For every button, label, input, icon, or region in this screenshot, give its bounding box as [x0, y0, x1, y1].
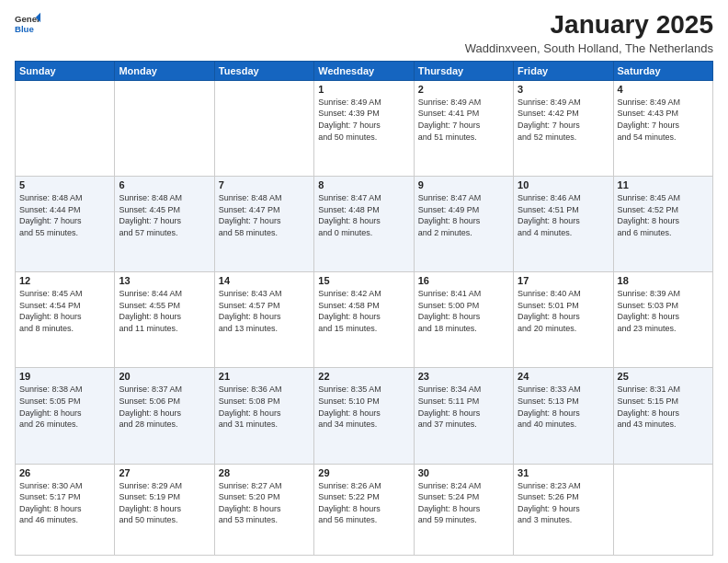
day-number: 28 [219, 467, 310, 478]
svg-text:General: General [15, 14, 40, 24]
table-row: 20Sunrise: 8:37 AM Sunset: 5:06 PM Dayli… [115, 368, 214, 464]
day-info: Sunrise: 8:23 AM Sunset: 5:26 PM Dayligh… [518, 480, 609, 526]
day-info: Sunrise: 8:24 AM Sunset: 5:24 PM Dayligh… [418, 480, 509, 526]
day-info: Sunrise: 8:42 AM Sunset: 4:58 PM Dayligh… [318, 288, 409, 334]
table-row: 8Sunrise: 8:47 AM Sunset: 4:48 PM Daylig… [314, 177, 414, 272]
day-info: Sunrise: 8:47 AM Sunset: 4:48 PM Dayligh… [318, 192, 409, 238]
table-row: 9Sunrise: 8:47 AM Sunset: 4:49 PM Daylig… [414, 177, 513, 272]
table-row: 22Sunrise: 8:35 AM Sunset: 5:10 PM Dayli… [314, 368, 414, 464]
table-row: 27Sunrise: 8:29 AM Sunset: 5:19 PM Dayli… [115, 464, 214, 555]
col-friday: Friday [514, 61, 613, 80]
day-info: Sunrise: 8:37 AM Sunset: 5:06 PM Dayligh… [119, 384, 210, 430]
day-number: 13 [119, 275, 210, 286]
day-number: 15 [318, 275, 409, 286]
day-number: 6 [119, 179, 210, 190]
table-row: 15Sunrise: 8:42 AM Sunset: 4:58 PM Dayli… [314, 272, 414, 368]
table-row [214, 80, 313, 176]
table-row: 17Sunrise: 8:40 AM Sunset: 5:01 PM Dayli… [514, 272, 613, 368]
table-row: 26Sunrise: 8:30 AM Sunset: 5:17 PM Dayli… [16, 464, 115, 555]
day-info: Sunrise: 8:34 AM Sunset: 5:11 PM Dayligh… [418, 384, 509, 430]
day-number: 31 [518, 467, 609, 478]
table-row: 16Sunrise: 8:41 AM Sunset: 5:00 PM Dayli… [414, 272, 513, 368]
day-number: 12 [19, 275, 110, 286]
day-number: 30 [418, 467, 509, 478]
day-number: 19 [19, 371, 110, 382]
day-number: 9 [418, 179, 509, 190]
table-row: 23Sunrise: 8:34 AM Sunset: 5:11 PM Dayli… [414, 368, 513, 464]
page: General Blue January 2025 Waddinxveen, S… [0, 0, 728, 563]
table-row: 13Sunrise: 8:44 AM Sunset: 4:55 PM Dayli… [115, 272, 214, 368]
table-row: 30Sunrise: 8:24 AM Sunset: 5:24 PM Dayli… [414, 464, 513, 555]
table-row: 14Sunrise: 8:43 AM Sunset: 4:57 PM Dayli… [214, 272, 313, 368]
day-info: Sunrise: 8:45 AM Sunset: 4:52 PM Dayligh… [618, 192, 709, 238]
day-number: 7 [219, 179, 310, 190]
day-info: Sunrise: 8:49 AM Sunset: 4:42 PM Dayligh… [518, 97, 609, 143]
table-row: 6Sunrise: 8:48 AM Sunset: 4:45 PM Daylig… [115, 177, 214, 272]
col-sunday: Sunday [16, 61, 115, 80]
day-info: Sunrise: 8:46 AM Sunset: 4:51 PM Dayligh… [518, 192, 609, 238]
calendar: Sunday Monday Tuesday Wednesday Thursday… [15, 61, 713, 556]
day-info: Sunrise: 8:26 AM Sunset: 5:22 PM Dayligh… [318, 480, 409, 526]
day-info: Sunrise: 8:35 AM Sunset: 5:10 PM Dayligh… [318, 384, 409, 430]
day-number: 27 [119, 467, 210, 478]
table-row: 31Sunrise: 8:23 AM Sunset: 5:26 PM Dayli… [514, 464, 613, 555]
week-row: 1Sunrise: 8:49 AM Sunset: 4:39 PM Daylig… [16, 80, 713, 176]
month-title: January 2025 [465, 11, 713, 40]
col-saturday: Saturday [613, 61, 712, 80]
day-number: 4 [618, 84, 709, 95]
week-row: 5Sunrise: 8:48 AM Sunset: 4:44 PM Daylig… [16, 177, 713, 272]
header-row: Sunday Monday Tuesday Wednesday Thursday… [16, 61, 713, 80]
day-info: Sunrise: 8:31 AM Sunset: 5:15 PM Dayligh… [618, 384, 709, 430]
day-info: Sunrise: 8:45 AM Sunset: 4:54 PM Dayligh… [19, 288, 110, 334]
day-number: 18 [618, 275, 709, 286]
day-info: Sunrise: 8:41 AM Sunset: 5:00 PM Dayligh… [418, 288, 509, 334]
day-number: 22 [318, 371, 409, 382]
table-row: 28Sunrise: 8:27 AM Sunset: 5:20 PM Dayli… [214, 464, 313, 555]
week-row: 26Sunrise: 8:30 AM Sunset: 5:17 PM Dayli… [16, 464, 713, 555]
table-row: 18Sunrise: 8:39 AM Sunset: 5:03 PM Dayli… [613, 272, 712, 368]
day-number: 16 [418, 275, 509, 286]
day-info: Sunrise: 8:49 AM Sunset: 4:41 PM Dayligh… [418, 97, 509, 143]
col-wednesday: Wednesday [314, 61, 414, 80]
day-info: Sunrise: 8:39 AM Sunset: 5:03 PM Dayligh… [618, 288, 709, 334]
week-row: 19Sunrise: 8:38 AM Sunset: 5:05 PM Dayli… [16, 368, 713, 464]
table-row: 4Sunrise: 8:49 AM Sunset: 4:43 PM Daylig… [613, 80, 712, 176]
day-number: 25 [618, 371, 709, 382]
day-number: 29 [318, 467, 409, 478]
day-number: 11 [618, 179, 709, 190]
day-number: 8 [318, 179, 409, 190]
table-row: 2Sunrise: 8:49 AM Sunset: 4:41 PM Daylig… [414, 80, 513, 176]
day-info: Sunrise: 8:48 AM Sunset: 4:45 PM Dayligh… [119, 192, 210, 238]
table-row: 5Sunrise: 8:48 AM Sunset: 4:44 PM Daylig… [16, 177, 115, 272]
day-number: 17 [518, 275, 609, 286]
day-number: 2 [418, 84, 509, 95]
table-row [16, 80, 115, 176]
svg-text:Blue: Blue [15, 24, 34, 34]
day-info: Sunrise: 8:43 AM Sunset: 4:57 PM Dayligh… [219, 288, 310, 334]
day-info: Sunrise: 8:47 AM Sunset: 4:49 PM Dayligh… [418, 192, 509, 238]
day-info: Sunrise: 8:27 AM Sunset: 5:20 PM Dayligh… [219, 480, 310, 526]
day-info: Sunrise: 8:40 AM Sunset: 5:01 PM Dayligh… [518, 288, 609, 334]
table-row: 3Sunrise: 8:49 AM Sunset: 4:42 PM Daylig… [514, 80, 613, 176]
table-row: 29Sunrise: 8:26 AM Sunset: 5:22 PM Dayli… [314, 464, 414, 555]
table-row: 11Sunrise: 8:45 AM Sunset: 4:52 PM Dayli… [613, 177, 712, 272]
subtitle: Waddinxveen, South Holland, The Netherla… [465, 41, 713, 55]
table-row: 19Sunrise: 8:38 AM Sunset: 5:05 PM Dayli… [16, 368, 115, 464]
day-number: 1 [318, 84, 409, 95]
table-row: 7Sunrise: 8:48 AM Sunset: 4:47 PM Daylig… [214, 177, 313, 272]
day-info: Sunrise: 8:49 AM Sunset: 4:39 PM Dayligh… [318, 97, 409, 143]
day-number: 24 [518, 371, 609, 382]
day-info: Sunrise: 8:36 AM Sunset: 5:08 PM Dayligh… [219, 384, 310, 430]
day-info: Sunrise: 8:33 AM Sunset: 5:13 PM Dayligh… [518, 384, 609, 430]
day-info: Sunrise: 8:29 AM Sunset: 5:19 PM Dayligh… [119, 480, 210, 526]
day-info: Sunrise: 8:48 AM Sunset: 4:44 PM Dayligh… [19, 192, 110, 238]
week-row: 12Sunrise: 8:45 AM Sunset: 4:54 PM Dayli… [16, 272, 713, 368]
table-row: 1Sunrise: 8:49 AM Sunset: 4:39 PM Daylig… [314, 80, 414, 176]
table-row [613, 464, 712, 555]
logo-icon: General Blue [15, 11, 40, 37]
header: General Blue January 2025 Waddinxveen, S… [15, 11, 713, 55]
day-number: 20 [119, 371, 210, 382]
day-info: Sunrise: 8:38 AM Sunset: 5:05 PM Dayligh… [19, 384, 110, 430]
col-tuesday: Tuesday [214, 61, 313, 80]
table-row: 12Sunrise: 8:45 AM Sunset: 4:54 PM Dayli… [16, 272, 115, 368]
